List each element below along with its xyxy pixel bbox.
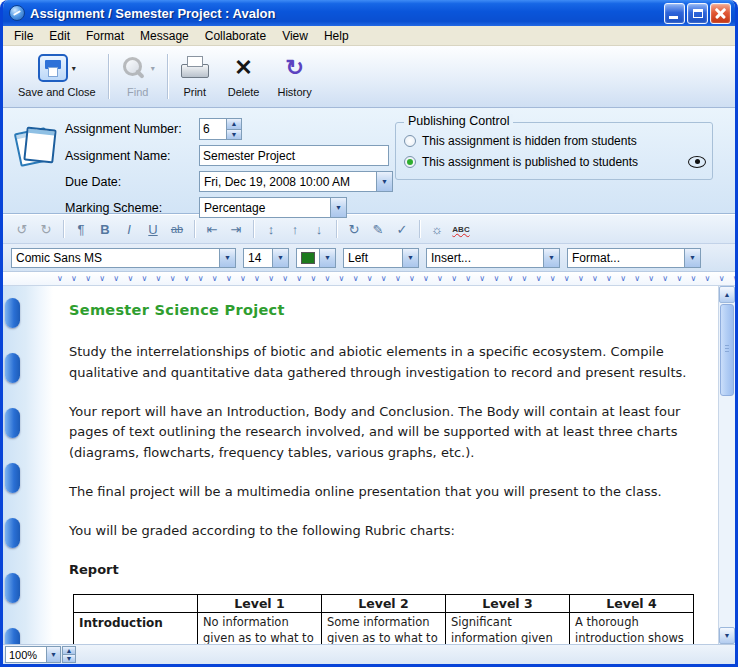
font-color-dropdown-icon[interactable]: ▼: [319, 249, 335, 267]
marking-scheme-label: Marking Scheme:: [65, 201, 199, 215]
due-date-label: Due Date:: [65, 175, 199, 189]
bold-icon[interactable]: B: [94, 218, 116, 240]
binding-clip: [5, 353, 20, 383]
radio-published-to-students[interactable]: [404, 156, 416, 168]
zoom-stepper: ▲ ▼: [62, 646, 76, 663]
assignment-number-stepper: ▲ ▼: [199, 118, 242, 140]
assignment-fields: Assignment Number: ▲ ▼ Assignment Name: …: [65, 118, 393, 205]
zoom-dropdown-icon[interactable]: ▼: [46, 647, 60, 662]
menu-bar: File Edit Format Message Collaborate Vie…: [3, 26, 735, 46]
format-select[interactable]: Format... ▼: [567, 248, 701, 268]
lower-text-icon[interactable]: ↓: [308, 218, 330, 240]
insert-select[interactable]: Insert... ▼: [426, 248, 560, 268]
ruler: ∨ ∨ ∨ ∨ ∨ ∨ ∨ ∨ ∨ ∨ ∨ ∨ ∨ ∨ ∨ ∨ ∨ ∨ ∨ ∨ …: [3, 272, 735, 286]
menu-file[interactable]: File: [6, 27, 41, 45]
minimize-icon: [669, 16, 678, 19]
pencil-icon[interactable]: ✎: [367, 218, 389, 240]
history-button[interactable]: ↻ History: [268, 49, 320, 104]
effects-icon[interactable]: ☼: [426, 218, 448, 240]
zoom-select[interactable]: 100% ▼: [5, 646, 61, 663]
menu-edit[interactable]: Edit: [41, 27, 78, 45]
save-dropdown-arrow[interactable]: ▾: [72, 64, 76, 73]
binding-clip: [5, 518, 20, 548]
zoom-down-button[interactable]: ▼: [62, 655, 76, 663]
assignment-form-panel: Assignment Number: ▲ ▼ Assignment Name: …: [3, 108, 735, 214]
binding-clip: [5, 463, 20, 493]
assignment-name-label: Assignment Name:: [65, 149, 199, 163]
font-size-select[interactable]: 14 ▼: [243, 248, 289, 268]
assignment-icon: [13, 124, 57, 205]
underline-icon[interactable]: U: [142, 218, 164, 240]
editor-toolbar-selects: Comic Sans MS ▼ 14 ▼ ▼ Left ▼ Insert... …: [3, 244, 735, 272]
doc-heading: Semester Science Project: [69, 302, 711, 318]
margin-decoration: [3, 286, 53, 644]
refresh-icon[interactable]: ↻: [343, 218, 365, 240]
number-spin-down-button[interactable]: ▼: [227, 130, 242, 141]
minimize-button[interactable]: [664, 3, 685, 24]
window-controls: [664, 3, 731, 24]
scrollbar-thumb[interactable]: [720, 304, 734, 396]
toolbar-separator: [167, 54, 168, 99]
marking-scheme-select[interactable]: Percentage ▼: [199, 197, 347, 218]
due-date-dropdown-icon[interactable]: ▼: [376, 172, 392, 191]
font-color-select[interactable]: ▼: [296, 248, 336, 268]
scroll-up-button[interactable]: ▲: [719, 286, 735, 303]
menu-message[interactable]: Message: [132, 27, 197, 45]
radio-row-hidden[interactable]: This assignment is hidden from students: [404, 130, 706, 151]
vertical-scrollbar[interactable]: ▲ ▼: [718, 286, 735, 644]
radio-row-published[interactable]: This assignment is published to students: [404, 151, 706, 172]
titlebar: Assignment / Semester Project : Avalon: [3, 0, 735, 26]
format-dropdown-icon[interactable]: ▼: [684, 249, 700, 267]
binding-clip: [5, 298, 20, 328]
toolbar-separator: [108, 54, 109, 99]
alignment-dropdown-icon[interactable]: ▼: [402, 249, 418, 267]
number-spin-up-button[interactable]: ▲: [227, 118, 242, 130]
menu-help[interactable]: Help: [316, 27, 357, 45]
delete-button[interactable]: ✕ Delete: [219, 49, 269, 104]
radio-hidden-from-students[interactable]: [404, 135, 416, 147]
status-bar: 100% ▼ ▲ ▼: [3, 644, 735, 664]
assignment-name-input[interactable]: [199, 145, 389, 166]
font-dropdown-icon[interactable]: ▼: [219, 249, 235, 267]
menu-collaborate[interactable]: Collaborate: [197, 27, 274, 45]
line-spacing-icon[interactable]: ↕: [260, 218, 282, 240]
menu-view[interactable]: View: [274, 27, 316, 45]
rubric-row: Introduction No information given as to …: [74, 613, 694, 644]
print-icon: [181, 56, 209, 80]
font-family-select[interactable]: Comic Sans MS ▼: [11, 248, 236, 268]
doc-paragraph: Study the interrelationships of biotic a…: [69, 342, 711, 384]
undo-icon[interactable]: ↺: [11, 218, 33, 240]
menu-format[interactable]: Format: [78, 27, 132, 45]
insert-dropdown-icon[interactable]: ▼: [543, 249, 559, 267]
italic-icon[interactable]: I: [118, 218, 140, 240]
editor-document[interactable]: Semester Science Project Study the inter…: [69, 294, 711, 644]
document-area: Semester Science Project Study the inter…: [3, 286, 735, 644]
binding-clip: [5, 408, 20, 438]
strikethrough-icon[interactable]: ab: [166, 218, 188, 240]
app-window: Assignment / Semester Project : Avalon F…: [0, 0, 738, 667]
font-size-dropdown-icon[interactable]: ▼: [272, 249, 288, 267]
alignment-select[interactable]: Left ▼: [343, 248, 419, 268]
zoom-up-button[interactable]: ▲: [62, 646, 76, 655]
find-button[interactable]: ▾ Find: [112, 49, 164, 104]
font-color-swatch: [301, 252, 315, 264]
apply-style-icon[interactable]: ✓: [391, 218, 413, 240]
save-and-close-button[interactable]: ▾ Save and Close: [9, 49, 105, 104]
assignment-number-input[interactable]: [199, 118, 227, 140]
print-button[interactable]: Print: [171, 49, 219, 104]
spellcheck-icon[interactable]: ABC: [450, 218, 472, 240]
outdent-icon[interactable]: ⇤: [201, 218, 223, 240]
editor-toolbar-icons: ↺ ↻ ¶ B I U ab ⇤ ⇥ ↕ ↑ ↓ ↻ ✎ ✓ ☼ ABC: [3, 214, 735, 244]
due-date-select[interactable]: Fri, Dec 19, 2008 10:00 AM ▼: [199, 171, 393, 192]
find-dropdown-arrow[interactable]: ▾: [151, 64, 155, 73]
marking-scheme-dropdown-icon[interactable]: ▼: [330, 198, 346, 217]
scroll-down-button[interactable]: ▼: [719, 627, 735, 644]
close-button[interactable]: [710, 3, 731, 24]
paragraph-icon[interactable]: ¶: [70, 218, 92, 240]
redo-icon[interactable]: ↻: [35, 218, 57, 240]
indent-icon[interactable]: ⇥: [225, 218, 247, 240]
raise-text-icon[interactable]: ↑: [284, 218, 306, 240]
save-icon: [38, 54, 68, 82]
maximize-button[interactable]: [687, 3, 708, 24]
radio-published-label: This assignment is published to students: [422, 155, 638, 169]
